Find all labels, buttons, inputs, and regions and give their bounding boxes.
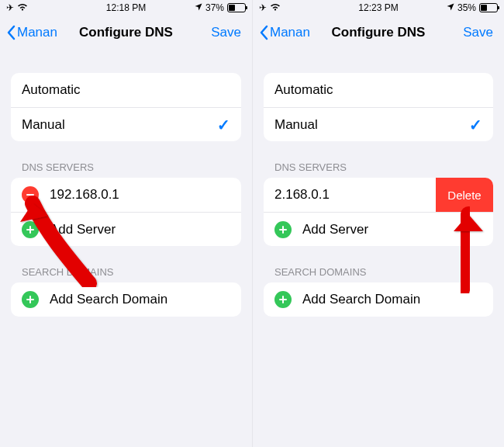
location-icon — [447, 2, 454, 13]
search-group: Add Search Domain — [264, 282, 493, 317]
status-bar: ✈︎ 12:23 PM 35% — [253, 0, 504, 16]
plus-icon — [274, 221, 292, 238]
battery-icon — [479, 3, 498, 12]
dns-server-value: 2.168.0.1 — [274, 187, 330, 203]
back-button[interactable]: Manan — [6, 25, 57, 40]
page-title: Configure DNS — [79, 25, 173, 40]
page-title: Configure DNS — [332, 25, 426, 40]
mode-manual-row[interactable]: Manual ✓ — [11, 107, 241, 141]
dns-group: 2.168.0.1 Delete Add Server — [264, 178, 493, 246]
remove-icon[interactable] — [22, 186, 39, 203]
mode-automatic-label: Automatic — [22, 82, 81, 98]
back-label: Manan — [270, 25, 310, 40]
delete-button[interactable]: Delete — [436, 178, 493, 212]
mode-manual-label: Manual — [22, 117, 65, 133]
plus-icon — [22, 291, 39, 308]
location-icon — [195, 2, 202, 13]
status-bar: ✈︎ 12:18 PM 37% — [0, 0, 252, 16]
back-button[interactable]: Manan — [259, 25, 310, 40]
mode-automatic-label: Automatic — [274, 82, 333, 98]
wifi-icon — [270, 2, 281, 13]
battery-icon — [227, 3, 246, 12]
dns-server-row[interactable]: 192.168.0.1 — [11, 178, 241, 212]
add-search-domain-row[interactable]: Add Search Domain — [11, 282, 241, 317]
add-server-row[interactable]: Add Server — [264, 212, 493, 246]
mode-automatic-row[interactable]: Automatic — [264, 73, 493, 107]
back-label: Manan — [17, 25, 57, 40]
add-server-label: Add Server — [50, 222, 116, 237]
airplane-icon: ✈︎ — [6, 2, 14, 13]
mode-group: Automatic Manual ✓ — [264, 73, 493, 141]
add-server-label: Add Server — [302, 222, 368, 237]
mode-manual-label: Manual — [274, 117, 318, 133]
search-section-header: SEARCH DOMAINS — [22, 266, 252, 278]
dns-section-header: DNS SERVERS — [274, 161, 504, 173]
battery-percent: 35% — [457, 2, 476, 13]
search-group: Add Search Domain — [11, 282, 241, 317]
dns-section-header: DNS SERVERS — [22, 161, 252, 173]
plus-icon — [22, 221, 39, 238]
status-time: 12:23 PM — [358, 2, 398, 13]
checkmark-icon: ✓ — [217, 116, 230, 134]
add-search-domain-label: Add Search Domain — [302, 292, 420, 307]
mode-manual-row[interactable]: Manual ✓ — [264, 107, 493, 141]
airplane-icon: ✈︎ — [259, 2, 267, 13]
mode-group: Automatic Manual ✓ — [11, 73, 241, 141]
phone-right: ✈︎ 12:23 PM 35% Manan Configure DNS Save… — [252, 0, 504, 447]
battery-percent: 37% — [205, 2, 224, 13]
save-button[interactable]: Save — [211, 25, 246, 40]
dns-group: 192.168.0.1 Add Server — [11, 178, 241, 246]
dns-server-row-swiped[interactable]: 2.168.0.1 Delete — [264, 178, 493, 212]
nav-bar: Manan Configure DNS Save — [253, 16, 504, 50]
dns-server-value: 192.168.0.1 — [50, 187, 119, 203]
plus-icon — [274, 291, 292, 308]
status-time: 12:18 PM — [106, 2, 146, 13]
chevron-left-icon — [6, 25, 16, 40]
search-section-header: SEARCH DOMAINS — [274, 266, 504, 278]
nav-bar: Manan Configure DNS Save — [0, 16, 252, 50]
mode-automatic-row[interactable]: Automatic — [11, 73, 241, 107]
save-button[interactable]: Save — [463, 25, 498, 40]
checkmark-icon: ✓ — [469, 116, 482, 134]
add-search-domain-label: Add Search Domain — [50, 292, 167, 307]
phone-left: ✈︎ 12:18 PM 37% Manan Configure DNS Save… — [0, 0, 252, 447]
chevron-left-icon — [259, 25, 268, 40]
add-server-row[interactable]: Add Server — [11, 212, 241, 246]
add-search-domain-row[interactable]: Add Search Domain — [264, 282, 493, 317]
wifi-icon — [17, 2, 28, 13]
